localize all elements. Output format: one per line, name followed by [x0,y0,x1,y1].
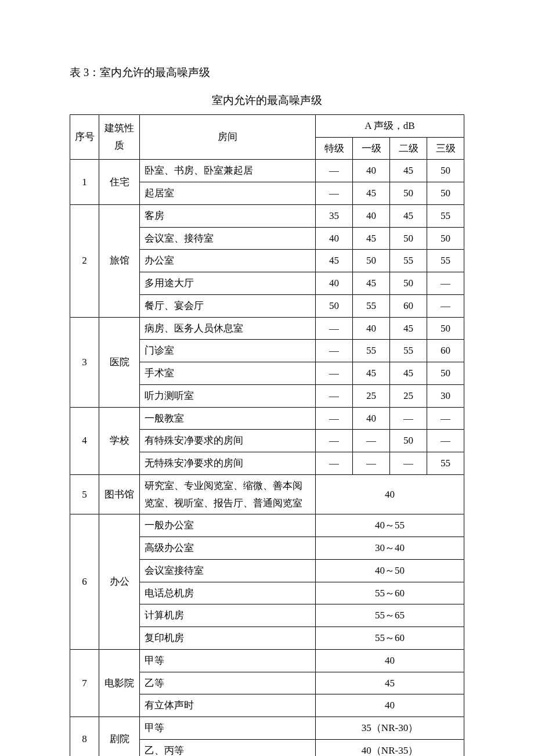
cell-index: 7 [70,649,99,717]
cell-value-merged: 55～60 [316,627,464,650]
cell-room: 多用途大厅 [140,272,316,295]
cell-value-merged: 40 [316,649,464,672]
cell-value: — [316,340,353,362]
cell-index: 8 [70,717,99,756]
cell-room: 会议室、接待室 [140,227,316,250]
cell-category: 医院 [99,317,140,407]
cell-room: 高级办公室 [140,537,316,560]
cell-value: — [427,294,464,317]
cell-value: 50 [427,317,464,340]
cell-room: 甲等 [140,717,316,740]
cell-value: — [353,430,390,452]
cell-value: — [353,452,390,475]
table-row: 2旅馆客房35404555 [70,204,464,227]
col-level-1: 一级 [353,137,390,160]
cell-room: 乙等 [140,672,316,694]
cell-value: 50 [316,294,353,317]
cell-room: 一般办公室 [140,514,316,537]
cell-value: — [316,384,353,407]
cell-value: 60 [390,294,427,317]
cell-room: 手术室 [140,362,316,385]
cell-value-merged: 30～40 [316,537,464,560]
cell-value-merged: 40（NR-35） [316,739,464,756]
cell-value: 45 [390,160,427,182]
cell-room: 门诊室 [140,340,316,362]
cell-room: 卧室、书房、卧室兼起居 [140,160,316,182]
cell-category: 办公 [99,514,140,650]
cell-room: 电话总机房 [140,582,316,604]
cell-value: 55 [390,250,427,272]
cell-index: 2 [70,204,99,317]
cell-value: 50 [427,227,464,250]
cell-value: 45 [353,272,390,295]
col-level-0: 特级 [316,137,353,160]
cell-category: 剧院 [99,717,140,756]
cell-value: 50 [390,227,427,250]
cell-value: 55 [427,204,464,227]
cell-value: 50 [390,272,427,295]
cell-category: 旅馆 [99,204,140,317]
cell-room: 计算机房 [140,604,316,627]
table-title: 室内允许的最高噪声级 [70,92,464,109]
cell-value-merged: 40～55 [316,514,464,537]
cell-value: — [316,407,353,430]
cell-index: 1 [70,160,99,205]
cell-value: 50 [390,182,427,205]
cell-value: 55 [390,340,427,362]
cell-room: 会议室接待室 [140,559,316,582]
table-row: 8剧院甲等35（NR-30） [70,717,464,740]
cell-value: 45 [390,317,427,340]
cell-room: 一般教室 [140,407,316,430]
col-category: 建筑性质 [99,114,140,160]
cell-value: 45 [353,227,390,250]
table-row: 7电影院甲等40 [70,649,464,672]
cell-value: — [316,182,353,205]
noise-level-table: 序号 建筑性质 房间 A 声级，dB 特级 一级 二级 三级 1住宅卧室、书房、… [70,114,464,756]
cell-value: — [316,317,353,340]
cell-value: — [316,430,353,452]
cell-value: 50 [353,250,390,272]
table-row: 6办公一般办公室40～55 [70,514,464,537]
cell-value: 45 [353,362,390,385]
cell-category: 住宅 [99,160,140,205]
cell-value: 55 [427,250,464,272]
cell-index: 5 [70,474,99,514]
cell-room: 乙、丙等 [140,739,316,756]
col-level-group: A 声级，dB [316,114,464,137]
col-level-3: 三级 [427,137,464,160]
cell-room: 起居室 [140,182,316,205]
cell-value-merged: 40 [316,474,464,514]
cell-value: 55 [353,340,390,362]
cell-value: — [390,452,427,475]
cell-value: 55 [353,294,390,317]
table-caption: 表 3：室内允许的最高噪声级 [70,64,464,81]
table-head: 序号 建筑性质 房间 A 声级，dB 特级 一级 二级 三级 [70,114,464,160]
cell-value: 40 [316,272,353,295]
table-row: 1住宅卧室、书房、卧室兼起居—404550 [70,160,464,182]
cell-category: 学校 [99,407,140,474]
cell-room: 办公室 [140,250,316,272]
cell-value: 40 [353,160,390,182]
cell-room: 有特殊安净要求的房间 [140,430,316,452]
cell-value: — [316,362,353,385]
table-row: 5图书馆研究室、专业阅览室、缩微、善本阅览室、视听室、报告厅、普通阅览室40 [70,474,464,514]
col-index: 序号 [70,114,99,160]
cell-room: 有立体声时 [140,694,316,717]
cell-room: 客房 [140,204,316,227]
cell-value: 50 [427,182,464,205]
cell-value: 25 [353,384,390,407]
cell-value: 45 [316,250,353,272]
cell-value-merged: 55～65 [316,604,464,627]
cell-room: 听力测听室 [140,384,316,407]
cell-index: 4 [70,407,99,474]
cell-value-merged: 40～50 [316,559,464,582]
cell-value: 40 [353,204,390,227]
col-level-2: 二级 [390,137,427,160]
cell-value: 45 [390,362,427,385]
table-row: 3医院病房、医务人员休息室—404550 [70,317,464,340]
cell-value: 25 [390,384,427,407]
cell-value: 50 [390,430,427,452]
cell-value: 45 [390,204,427,227]
cell-value: 40 [353,407,390,430]
cell-value: — [390,407,427,430]
